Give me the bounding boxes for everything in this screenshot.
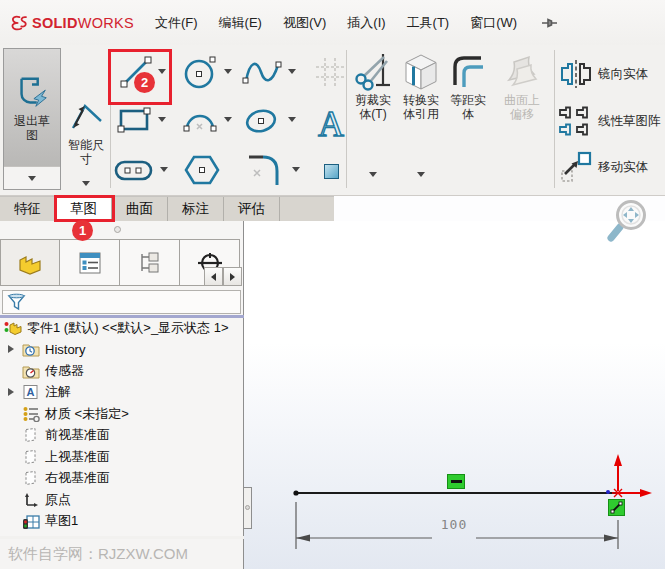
line-endpoint[interactable] <box>293 490 298 495</box>
spline-tool-button[interactable] <box>240 54 284 98</box>
convert-entities-dropdown[interactable] <box>417 172 425 177</box>
menu-view[interactable]: 视图(V) <box>283 14 326 32</box>
arc-tool-button[interactable] <box>180 100 220 144</box>
tree-item-annotations[interactable]: A 注解 <box>0 382 243 404</box>
spline-tool-dropdown[interactable] <box>288 69 296 74</box>
tree-filter-field[interactable] <box>2 290 241 314</box>
ellipse-tool-icon <box>240 100 284 140</box>
solidworks-logo: SOLIDWORKS <box>10 12 134 34</box>
panel-header <box>0 221 243 239</box>
text-tool-icon: A <box>312 102 350 144</box>
rectangle-tool-button[interactable] <box>114 100 154 144</box>
trim-entities-button[interactable]: 剪裁实体(T) <box>350 52 396 122</box>
history-icon <box>22 341 40 357</box>
tree-item-part-root[interactable]: 零件1 (默认) <<默认>_显示状态 1> <box>0 317 243 339</box>
tree-item-front-plane[interactable]: 前视基准面 <box>0 425 243 447</box>
fillet-tool-button[interactable] <box>244 148 288 194</box>
sketch-point[interactable] <box>606 490 610 494</box>
move-entities-button[interactable]: 移动实体 <box>560 151 648 183</box>
part-icon <box>4 319 22 336</box>
slot-tool-dropdown[interactable] <box>160 167 168 172</box>
trim-entities-dropdown[interactable] <box>369 172 377 177</box>
text-tool-button[interactable]: A <box>312 102 350 148</box>
svg-text:A: A <box>27 386 35 398</box>
menu-edit[interactable]: 编辑(E) <box>219 14 262 32</box>
fillet-tool-dropdown[interactable] <box>292 167 300 172</box>
polygon-tool-button[interactable] <box>182 150 222 194</box>
menu-insert[interactable]: 插入(I) <box>347 14 385 32</box>
origin-triad[interactable] <box>612 454 652 497</box>
rollback-bar[interactable] <box>0 315 244 318</box>
tree-item-sensors[interactable]: 传感器 <box>0 360 243 382</box>
dimension-arrowhead <box>604 535 618 542</box>
dimension-value[interactable]: 100 <box>432 517 476 532</box>
polygon-tool-icon <box>182 150 222 190</box>
exit-sketch-dropdown[interactable] <box>28 176 36 181</box>
arc-tool-dropdown[interactable] <box>224 117 232 122</box>
property-manager-icon <box>78 251 102 275</box>
3ds-logo-icon <box>10 12 29 34</box>
annotation-badge-2: 2 <box>134 72 155 93</box>
rectangle-tool-dropdown[interactable] <box>158 117 166 122</box>
menu-file[interactable]: 文件(F) <box>155 14 198 32</box>
tab-evaluate[interactable]: 评估 <box>224 197 280 221</box>
circle-tool-icon <box>180 52 220 92</box>
menu-bar: SOLIDWORKS 文件(F) 编辑(E) 视图(V) 插入(I) 工具(T)… <box>0 0 665 45</box>
plane-icon <box>22 470 40 486</box>
expand-arrow-icon[interactable] <box>8 345 14 353</box>
tree-item-history[interactable]: History <box>0 339 243 361</box>
tab-surfaces[interactable]: 曲面 <box>112 197 168 221</box>
tab-features[interactable]: 特征 <box>0 197 56 221</box>
ribbon: 退出草图 智能尺寸 <box>0 45 665 196</box>
offset-entities-icon <box>448 52 488 92</box>
tab-sketch[interactable]: 草图 <box>56 197 112 221</box>
mirror-entities-button[interactable]: 镜向实体 <box>560 59 648 89</box>
panel-scroll-left-button[interactable] <box>204 267 223 286</box>
surface-offset-button: 曲面上偏移 <box>494 52 550 122</box>
property-manager-tab[interactable] <box>60 239 120 286</box>
plane-tool-button[interactable] <box>324 164 339 179</box>
featuremanager-tree-tab[interactable] <box>0 239 60 286</box>
coincident-glyph-icon <box>610 501 623 514</box>
smart-dimension-dropdown[interactable] <box>82 181 90 186</box>
menu-window[interactable]: 窗口(W) <box>470 14 517 32</box>
ellipse-tool-dropdown[interactable] <box>288 117 296 122</box>
linear-pattern-icon <box>558 105 592 137</box>
configuration-manager-tab[interactable] <box>120 239 180 286</box>
pin-menu-icon[interactable] <box>541 16 559 30</box>
offset-entities-button[interactable]: 等距实体 <box>445 52 491 122</box>
mirror-entities-icon <box>560 59 592 89</box>
surface-offset-icon <box>502 52 542 92</box>
smart-dimension-icon <box>66 97 106 137</box>
circle-tool-button[interactable] <box>180 52 220 96</box>
horizontal-constraint-badge[interactable] <box>447 474 465 489</box>
line-tool-dropdown[interactable] <box>158 69 166 74</box>
exit-sketch-button[interactable]: 退出草图 <box>3 48 61 190</box>
convert-entities-button[interactable]: 转换实体引用 <box>398 52 444 122</box>
coincident-constraint-badge[interactable] <box>608 499 625 516</box>
circle-tool-dropdown[interactable] <box>224 69 232 74</box>
linear-pattern-button[interactable]: 线性草图阵 <box>558 105 661 137</box>
slot-tool-icon <box>112 150 156 190</box>
feature-manager-panel: 零件1 (默认) <<默认>_显示状态 1> History 传感器 <box>0 221 244 536</box>
rectangle-tool-icon <box>114 100 154 140</box>
menu-tools[interactable]: 工具(T) <box>407 14 450 32</box>
tree-item-origin[interactable]: 原点 <box>0 489 243 511</box>
tree-item-top-plane[interactable]: 上视基准面 <box>0 446 243 468</box>
fillet-tool-icon <box>244 148 288 190</box>
ellipse-tool-button[interactable] <box>240 100 284 144</box>
panel-scroll-right-button[interactable] <box>223 267 242 286</box>
watermark-text: 软件自学网：RJZXW.COM <box>8 545 188 564</box>
tree-item-sketch1[interactable]: 草图1 <box>0 511 243 533</box>
tab-annotations[interactable]: 标注 <box>168 197 224 221</box>
origin-icon <box>22 492 40 508</box>
trim-entities-icon <box>353 52 393 92</box>
slot-tool-button[interactable] <box>112 150 156 194</box>
tree-item-right-plane[interactable]: 右视基准面 <box>0 468 243 490</box>
annotation-badge-1: 1 <box>72 220 93 241</box>
expand-arrow-icon[interactable] <box>8 388 14 396</box>
svg-text:A: A <box>318 104 344 144</box>
tree-item-material[interactable]: 材质 <未指定> <box>0 403 243 425</box>
exit-sketch-icon <box>13 73 51 113</box>
feature-tree: 零件1 (默认) <<默认>_显示状态 1> History 传感器 <box>0 317 243 532</box>
